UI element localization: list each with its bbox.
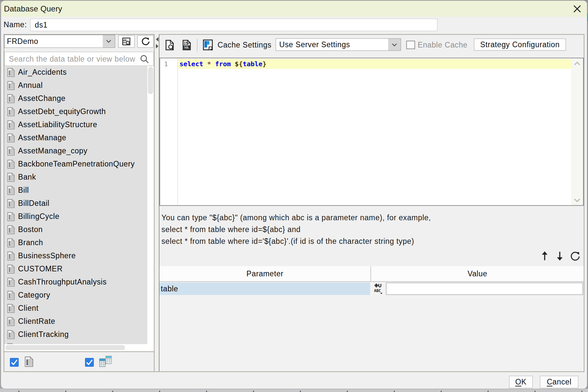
parameter-table-header: Parameter Value [159, 266, 584, 282]
data-table-icon [7, 160, 15, 169]
table-list-item[interactable]: Boston [4, 224, 147, 237]
table-list-item[interactable]: BusinessSphere [4, 250, 147, 263]
backdrop-grid-ticks [0, 391, 588, 392]
table-list-item[interactable]: Client [4, 302, 147, 315]
table-list-item[interactable]: AssetManage [4, 132, 147, 145]
data-table-icon [7, 225, 15, 234]
table-list-item[interactable]: ClientRate [4, 315, 147, 328]
data-table-icon [7, 133, 15, 143]
close-icon[interactable] [571, 3, 583, 15]
list-horizontal-scrollbar-thumb[interactable] [5, 345, 125, 350]
list-vertical-scrollbar-thumb[interactable] [148, 67, 153, 94]
cache-strategy-arrow[interactable] [388, 39, 401, 50]
cancel-button[interactable]: Cancel [540, 376, 578, 388]
data-table-icon [7, 317, 15, 326]
connection-select-arrow[interactable] [103, 35, 115, 48]
dialog-titlebar[interactable]: Database Query [1, 1, 587, 17]
search-input[interactable] [9, 53, 137, 65]
table-list-item[interactable]: ClientTracking [4, 342, 147, 344]
table-list-item[interactable]: BillingCycle [4, 210, 147, 224]
editor-vertical-scrollbar[interactable] [571, 58, 583, 205]
parameter-table: Parameter Value table ABC [159, 266, 584, 371]
table-list-item[interactable]: Bill [4, 184, 147, 197]
sql-code-line[interactable]: select * from ${table} [179, 59, 266, 69]
table-list-item[interactable]: ClientTracking [4, 328, 147, 342]
name-input[interactable] [30, 19, 437, 31]
dialog-title: Database Query [4, 1, 62, 17]
parameter-name-cell[interactable]: table [159, 283, 370, 295]
chevron-down-icon [574, 198, 580, 203]
sql-editor[interactable]: 1 select * from ${table} [159, 58, 584, 206]
data-table-icon [7, 81, 15, 90]
parameter-type-cell[interactable]: ABC [370, 283, 385, 295]
svg-text:ABC: ABC [374, 288, 381, 293]
strategy-configuration-button[interactable]: Strategy Configuration [474, 38, 566, 51]
data-table-icon [7, 68, 15, 77]
string-type-icon: ABC [370, 283, 385, 295]
toolbar-separator [197, 39, 198, 51]
table-list-item[interactable]: Annual [4, 79, 147, 92]
data-table-icon [7, 265, 15, 274]
preview-icon[interactable] [165, 40, 174, 50]
splitter-collapse-left[interactable] [156, 37, 158, 42]
param-refresh-icon[interactable] [570, 251, 580, 262]
connection-select-value: FRDemo [7, 35, 38, 48]
enable-cache-label: Enable Cache [418, 36, 468, 54]
list-vertical-scrollbar[interactable] [147, 66, 154, 344]
show-views-checkbox[interactable] [85, 358, 94, 367]
parameter-column-header: Parameter [159, 266, 370, 281]
table-list-item[interactable]: AssetManage_copy [4, 145, 147, 158]
table-list-item[interactable]: BackboneTeamPenetrationQuery [4, 158, 147, 171]
data-table-icon [7, 251, 15, 261]
data-table-icon [7, 147, 15, 156]
data-table-icon [7, 212, 15, 221]
data-table-icon [7, 238, 15, 247]
cache-settings-icon[interactable] [203, 39, 213, 51]
cache-strategy-select[interactable]: Use Server Settings [276, 38, 401, 51]
sql-file-icon[interactable]: SQL [182, 40, 191, 50]
refresh-icon [141, 37, 151, 47]
value-column-header: Value [371, 266, 584, 281]
table-list-item[interactable]: Category [4, 289, 147, 302]
editor-scroll-down-button[interactable] [571, 195, 583, 205]
data-table-rows: Air_Accidents Annual [4, 66, 147, 344]
chevron-down-icon [392, 43, 397, 47]
data-table-icon [7, 304, 15, 313]
table-list-item[interactable]: AssetDebt_equityGrowth [4, 106, 147, 119]
data-table-icon [7, 120, 15, 129]
table-list-item[interactable]: AssetChange [4, 92, 147, 106]
param-move-up-icon[interactable] [540, 250, 549, 262]
connection-settings-button[interactable] [118, 35, 135, 48]
editor-scroll-up-button[interactable] [571, 58, 583, 68]
query-panel: SQL Cache Settings Use Server Settings E… [159, 34, 584, 372]
ok-button[interactable]: OK [509, 376, 533, 388]
data-table-icon [7, 199, 15, 208]
enable-cache-checkbox[interactable] [406, 41, 415, 49]
show-tables-checkbox[interactable] [10, 358, 19, 367]
table-view-relation-icon [99, 356, 112, 367]
parameter-table-row[interactable]: table ABC [159, 283, 584, 295]
datasource-panel: FRDemo [4, 34, 155, 372]
splitter-collapse-right[interactable] [156, 44, 158, 49]
parameter-value-cell[interactable] [386, 283, 583, 295]
data-table-icon [7, 107, 15, 116]
data-table-list[interactable]: Air_Accidents Annual [4, 66, 154, 344]
data-table-icon [7, 186, 15, 195]
table-list-item[interactable]: AssetLiabilityStructure [4, 119, 147, 132]
connection-refresh-button[interactable] [137, 35, 154, 48]
parameter-value-input[interactable] [387, 283, 582, 294]
table-list-item[interactable]: CUSTOMER [4, 263, 147, 276]
param-move-down-icon[interactable] [556, 250, 564, 262]
list-horizontal-scrollbar[interactable] [4, 344, 154, 351]
table-list-item[interactable]: Branch [4, 237, 147, 250]
table-list-item[interactable]: BillDetail [4, 197, 147, 210]
check-icon [86, 359, 93, 366]
table-list-item[interactable]: Bank [4, 171, 147, 184]
table-settings-icon [122, 37, 131, 46]
table-list-item[interactable]: Air_Accidents [4, 66, 147, 79]
connection-select[interactable]: FRDemo [4, 35, 115, 48]
data-table-icon [7, 291, 15, 300]
footer-separator [4, 371, 584, 372]
parameter-help-text: You can type "${abc}" (among which abc i… [161, 212, 583, 247]
table-list-item[interactable]: CashThroughputAnalysis [4, 276, 147, 289]
